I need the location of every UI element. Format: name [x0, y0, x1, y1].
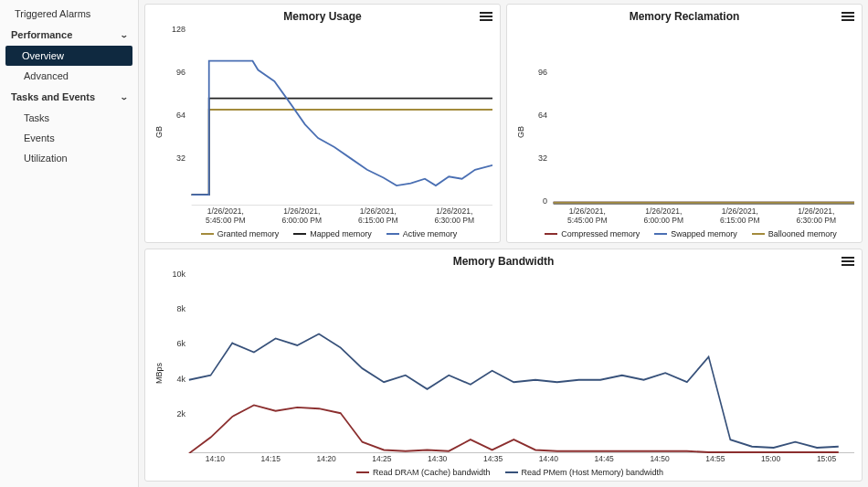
x-tick: 1/26/2021,6:00:00 PM — [626, 207, 703, 226]
chart-legend: Granted memory Mapped memory Active memo… — [165, 229, 492, 238]
chart-menu-icon[interactable] — [842, 255, 854, 268]
x-tick: 1/26/2021,6:30:00 PM — [417, 207, 493, 226]
y-axis-label: GB — [514, 25, 527, 238]
y-axis-label: MBps — [153, 270, 165, 477]
sidebar: Triggered Alarms Performance ⌄ Overview … — [0, 0, 139, 487]
chart-card-memory-bandwidth: Memory Bandwidth MBps 10k 8k 6k 4k 2k — [144, 249, 863, 482]
chart-legend: Compressed memory Swapped memory Balloon… — [527, 229, 854, 238]
sidebar-item-advanced[interactable]: Advanced — [0, 66, 138, 86]
x-tick: 14:15 — [243, 455, 299, 464]
x-tick: 14:40 — [521, 455, 577, 464]
chart-title: Memory Bandwidth — [153, 255, 854, 268]
x-tick: 15:05 — [799, 455, 854, 464]
chart-plot-memory-reclamation[interactable]: 96 64 32 0 — [527, 25, 854, 206]
x-tick: 14:45 — [577, 455, 632, 464]
x-tick: 1/26/2021,6:00:00 PM — [264, 207, 341, 226]
sidebar-header-tasks-events[interactable]: Tasks and Events ⌄ — [0, 86, 138, 108]
sidebar-header-performance[interactable]: Performance ⌄ — [0, 24, 138, 46]
legend-item[interactable]: Compressed memory — [545, 229, 640, 238]
x-tick: 1/26/2021,6:15:00 PM — [702, 207, 778, 226]
legend-item[interactable]: Mapped memory — [293, 229, 372, 238]
legend-item[interactable]: Granted memory — [201, 229, 280, 238]
sidebar-item-alarms[interactable]: Triggered Alarms — [0, 4, 138, 24]
chart-title: Memory Reclamation — [514, 10, 854, 23]
x-tick: 15:00 — [743, 455, 799, 464]
chart-legend: Read DRAM (Cache) bandwidth Read PMem (H… — [165, 468, 854, 477]
x-tick: 14:35 — [465, 455, 521, 464]
chart-title: Memory Usage — [153, 10, 492, 23]
legend-item[interactable]: Read PMem (Host Memory) bandwidth — [505, 468, 664, 477]
legend-item[interactable]: Read DRAM (Cache) bandwidth — [356, 468, 491, 477]
x-tick: 1/26/2021,6:15:00 PM — [340, 207, 417, 226]
chart-plot-memory-bandwidth[interactable]: 10k 8k 6k 4k 2k — [165, 270, 854, 453]
x-tick: 14:20 — [299, 455, 355, 464]
sidebar-item-overview[interactable]: Overview — [5, 46, 132, 66]
legend-item[interactable]: Active memory — [386, 229, 458, 238]
sidebar-header-label: Performance — [11, 29, 72, 40]
sidebar-item-tasks[interactable]: Tasks — [0, 108, 138, 128]
chevron-down-icon: ⌄ — [120, 30, 129, 39]
x-tick: 1/26/2021,5:45:00 PM — [549, 207, 626, 226]
chart-card-memory-usage: Memory Usage GB 128 96 64 32 — [144, 4, 501, 243]
chart-card-memory-reclamation: Memory Reclamation GB 96 64 32 0 — [506, 4, 863, 243]
legend-item[interactable]: Swapped memory — [654, 229, 737, 238]
x-tick: 14:50 — [632, 455, 688, 464]
chart-plot-memory-usage[interactable]: 128 96 64 32 — [165, 25, 492, 206]
chart-menu-icon[interactable] — [480, 10, 492, 23]
x-tick: 14:55 — [687, 455, 743, 464]
chart-menu-icon[interactable] — [842, 10, 854, 23]
sidebar-item-events[interactable]: Events — [0, 128, 138, 148]
legend-item[interactable]: Ballooned memory — [752, 229, 837, 238]
x-tick: 14:25 — [354, 455, 409, 464]
main-content: Memory Usage GB 128 96 64 32 — [139, 0, 868, 487]
chevron-down-icon: ⌄ — [120, 92, 129, 101]
sidebar-header-label: Tasks and Events — [11, 91, 95, 102]
x-tick: 14:30 — [409, 455, 465, 464]
x-tick: 1/26/2021,6:30:00 PM — [778, 207, 855, 226]
sidebar-item-utilization[interactable]: Utilization — [0, 148, 138, 168]
y-axis-label: GB — [153, 25, 165, 238]
x-tick: 1/26/2021,5:45:00 PM — [187, 207, 264, 226]
x-tick: 14:10 — [187, 455, 243, 464]
